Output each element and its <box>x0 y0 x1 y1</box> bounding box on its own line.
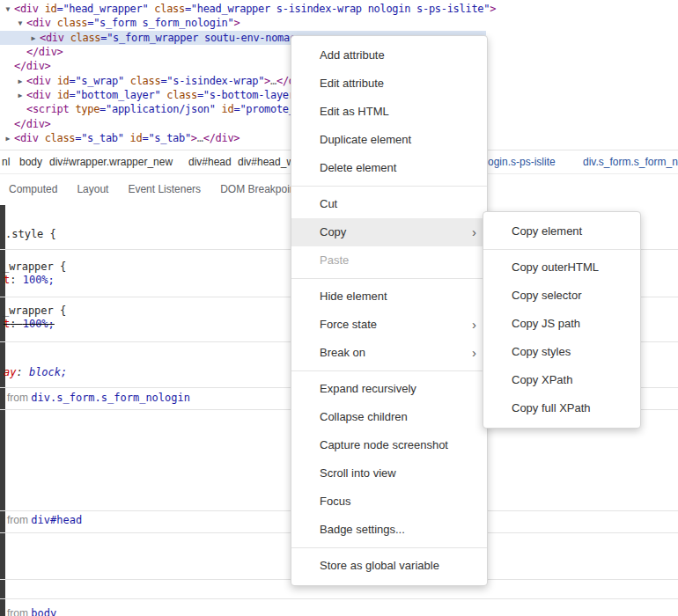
code-token: class <box>148 3 185 15</box>
code-token: > <box>264 75 270 87</box>
breadcrumb-item[interactable]: div#head_w <box>238 156 294 168</box>
menu-item-label: Break on <box>320 346 365 359</box>
css-rule-fragment[interactable]: ay: block; <box>4 366 67 378</box>
menu-item-break-on[interactable]: Break on› <box>291 339 487 367</box>
tab-event-listeners[interactable]: Event Listeners <box>128 183 201 195</box>
menu-item-label: Copy element <box>512 224 582 238</box>
menu-item-copy-outerhtml[interactable]: Copy outerHTML <box>483 253 640 282</box>
css-rule-fragment[interactable]: t: 100%; <box>4 274 55 286</box>
menu-item-add-attribute[interactable]: Add attribute <box>291 41 487 70</box>
menu-item-label: Store as global variable <box>320 559 439 572</box>
css-token: _wrapper { <box>3 260 66 273</box>
menu-item-label: Add attribute <box>320 48 385 62</box>
css-rule-fragment[interactable]: _wrapper { <box>3 304 66 317</box>
menu-item-label: Copy full XPath <box>512 401 591 414</box>
menu-item-copy[interactable]: Copy› <box>291 218 487 246</box>
css-rule-fragment[interactable]: _wrapper { <box>3 260 66 273</box>
css-token: : <box>16 366 28 378</box>
menu-item-scroll-into-view[interactable]: Scroll into view <box>291 459 487 488</box>
menu-item-force-state[interactable]: Force state› <box>291 311 487 339</box>
code-token: class <box>64 32 101 44</box>
code-token: ="s_form_wrapper soutu-env-nomac <box>100 32 296 44</box>
menu-item-collapse-children[interactable]: Collapse children <box>291 403 487 431</box>
inherited-from-label: from div.s_form.s_form_nologin <box>7 392 190 404</box>
node-link[interactable]: body <box>31 607 56 616</box>
devtools-window: { "colors":{ "tag":"#881280","attr_name"… <box>0 0 678 616</box>
menu-item-paste[interactable]: Paste <box>291 246 487 275</box>
code-token: id <box>124 132 143 144</box>
code-token: … <box>197 132 203 144</box>
menu-item-label: Copy XPath <box>512 373 572 386</box>
menu-separator <box>291 278 487 279</box>
tab-computed[interactable]: Computed <box>9 183 57 195</box>
arrow-down-icon[interactable]: ▼ <box>3 3 13 17</box>
menu-item-duplicate-element[interactable]: Duplicate element <box>291 126 487 154</box>
menu-item-label: Collapse children <box>320 410 408 423</box>
tab-layout[interactable]: Layout <box>77 183 108 195</box>
code-token: </div> <box>26 46 63 58</box>
copy-submenu: Copy elementCopy outerHTMLCopy selectorC… <box>483 211 641 429</box>
breadcrumb-item[interactable]: nl <box>2 156 10 168</box>
code-token: ="application/json" <box>99 103 216 115</box>
css-token: ay <box>4 366 16 378</box>
css-rule-fragment[interactable]: .style { <box>5 228 56 240</box>
code-token: … <box>270 75 276 87</box>
code-token: <div <box>26 89 51 101</box>
code-token: ="head_wrapper s-isindex-wrap nologin s-… <box>185 3 490 15</box>
menu-item-copy-styles[interactable]: Copy styles <box>483 338 640 366</box>
code-token: id <box>216 103 234 115</box>
submenu-arrow-icon: › <box>472 339 476 367</box>
code-token: > <box>233 17 240 29</box>
menu-item-copy-element[interactable]: Copy element <box>483 217 640 246</box>
menu-item-badge-settings[interactable]: Badge settings... <box>291 516 487 544</box>
breadcrumb-item[interactable]: body <box>19 156 42 168</box>
dom-tree-row[interactable]: ▼<div id="head_wrapper" class="head_wrap… <box>0 2 678 16</box>
arrow-right-icon[interactable]: ▶ <box>15 75 26 89</box>
css-rule-fragment[interactable]: t: 100%; <box>4 318 55 330</box>
breadcrumb-item[interactable]: div#head <box>188 156 232 168</box>
menu-item-edit-attribute[interactable]: Edit attribute <box>291 70 487 98</box>
inherited-from-label: from body <box>7 607 56 616</box>
code-token: ="s_tab" <box>75 132 123 144</box>
menu-item-label: Copy JS path <box>512 317 580 330</box>
menu-item-store-as-global-variable[interactable]: Store as global variable <box>291 552 487 580</box>
menu-item-copy-js-path[interactable]: Copy JS path <box>483 310 640 338</box>
menu-item-hide-element[interactable]: Hide element <box>291 282 487 311</box>
code-token: id <box>39 3 57 15</box>
code-token: class <box>39 132 76 144</box>
arrow-down-icon[interactable]: ▼ <box>15 17 26 31</box>
menu-item-label: Force state <box>320 318 377 331</box>
css-token: block; <box>29 366 67 378</box>
css-token: from <box>7 607 31 616</box>
menu-item-expand-recursively[interactable]: Expand recursively <box>291 375 487 403</box>
code-token: class <box>160 89 197 101</box>
menu-item-cut[interactable]: Cut <box>291 190 487 218</box>
arrow-right-icon[interactable]: ▶ <box>3 132 13 146</box>
breadcrumb-item[interactable]: div.s_form.s_form_nolog <box>583 156 678 168</box>
arrow-right-icon[interactable]: ▶ <box>15 89 26 103</box>
menu-item-capture-node-screenshot[interactable]: Capture node screenshot <box>291 431 487 459</box>
node-link[interactable]: div.s_form.s_form_nologin <box>31 392 190 404</box>
menu-separator <box>291 547 487 548</box>
menu-item-copy-selector[interactable]: Copy selector <box>483 282 640 310</box>
css-token: from <box>7 514 31 526</box>
menu-item-delete-element[interactable]: Delete element <box>291 154 487 182</box>
menu-item-copy-full-xpath[interactable]: Copy full XPath <box>483 394 640 422</box>
code-token: type <box>69 103 99 115</box>
code-token: <div <box>26 75 51 87</box>
css-token: .style { <box>5 228 56 240</box>
context-menu: Add attributeEdit attributeEdit as HTMLD… <box>291 35 488 586</box>
dom-tree-row[interactable]: ▼<div class="s_form s_form_nologin"> <box>0 16 678 30</box>
menu-item-focus[interactable]: Focus <box>291 488 487 516</box>
code-token: <div <box>26 17 51 29</box>
menu-item-copy-xpath[interactable]: Copy XPath <box>483 366 640 394</box>
css-token: : <box>10 274 22 286</box>
node-link[interactable]: div#head <box>31 514 82 526</box>
arrow-right-icon[interactable]: ▶ <box>28 32 39 46</box>
css-token: 100%; <box>23 274 55 286</box>
code-token: ="s_form s_form_nologin" <box>87 17 233 29</box>
menu-item-edit-as-html[interactable]: Edit as HTML <box>291 98 487 126</box>
breadcrumb-item[interactable]: div#wrapper.wrapper_new <box>49 156 173 168</box>
code-token: class <box>51 17 88 29</box>
breadcrumb-item[interactable]: ogin.s-ps-islite <box>488 156 556 168</box>
